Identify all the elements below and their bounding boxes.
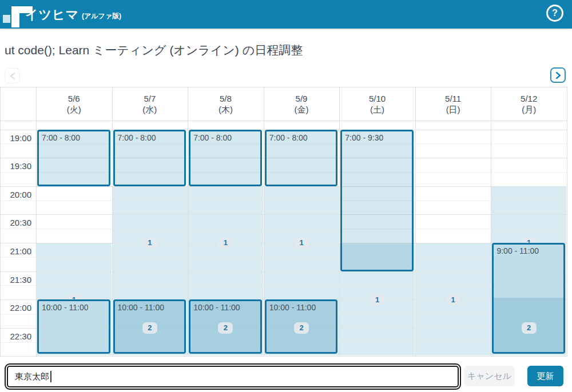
- time-label: 22:30: [1, 331, 31, 341]
- event-block[interactable]: 7:00 - 8:00: [189, 130, 262, 186]
- count-badge: 1: [446, 294, 460, 305]
- time-label: 21:30: [1, 275, 31, 285]
- day-header-weekday: (日): [415, 104, 491, 115]
- day-header-date: 5/9: [264, 93, 340, 104]
- count-badge: 1: [142, 237, 157, 249]
- time-label: 20:30: [1, 218, 31, 227]
- day-header-date: 5/8: [188, 93, 264, 104]
- event-block[interactable]: 7:00 - 8:00: [37, 130, 110, 186]
- count-badge: 1: [370, 294, 385, 305]
- header-separator: [1, 121, 567, 121]
- chevron-right-icon: [555, 71, 562, 79]
- time-label: 22:00: [1, 303, 31, 313]
- event-block[interactable]: 10:00 - 11:00: [37, 299, 110, 354]
- event-time-label: 7:00 - 9:30: [345, 133, 383, 142]
- time-label: 21:00: [1, 246, 31, 256]
- event-block[interactable]: 7:00 - 8:00: [113, 130, 186, 186]
- text-caret: [50, 371, 51, 382]
- column-line: [415, 87, 416, 356]
- app-version-badge: (アルファ版): [82, 11, 121, 21]
- help-glyph: ?: [552, 8, 558, 18]
- day-header-date: 5/10: [339, 93, 415, 104]
- update-button[interactable]: 更新: [527, 366, 563, 386]
- count-badge: 2: [294, 322, 309, 334]
- day-header: 5/12(月): [491, 87, 567, 121]
- count-badge: 2: [522, 322, 537, 334]
- event-time-label: 7:00 - 8:00: [42, 133, 80, 142]
- column-line: [36, 87, 37, 356]
- event-time-label: 10:00 - 11:00: [42, 303, 88, 312]
- time-label: 19:30: [1, 161, 31, 171]
- day-header-weekday: (土): [339, 104, 415, 115]
- time-label: 19:00: [1, 133, 31, 143]
- slot-line: [1, 285, 567, 286]
- day-header: 5/7(水): [112, 87, 188, 121]
- schedule-grid[interactable]: 5/6(火)5/7(水)5/8(木)5/9(金)5/10(土)5/11(日)5/…: [0, 87, 567, 357]
- day-header-weekday: (金): [264, 104, 340, 115]
- event-block[interactable]: 7:00 - 8:00: [265, 130, 338, 186]
- count-badge: 2: [142, 322, 157, 334]
- day-header: 5/8(木): [188, 87, 264, 121]
- slot-line: [1, 186, 567, 187]
- column-line: [264, 87, 264, 356]
- slot-line: [1, 257, 567, 258]
- app-header: イツヒマ (アルファ版) ?: [0, 0, 572, 29]
- event-block[interactable]: 7:00 - 9:30: [340, 130, 414, 271]
- day-header-weekday: (火): [36, 104, 112, 115]
- slot-line: [1, 201, 567, 201]
- column-line: [112, 87, 113, 356]
- next-week-button[interactable]: [550, 67, 566, 83]
- name-input[interactable]: 東京太郎: [7, 366, 459, 387]
- day-header-date: 5/12: [491, 93, 567, 104]
- day-header-date: 5/11: [415, 93, 491, 104]
- column-line: [188, 87, 188, 356]
- day-header: 5/6(火): [36, 87, 112, 121]
- event-time-label: 10:00 - 11:00: [118, 303, 164, 312]
- slot-line: [1, 229, 567, 229]
- slot-line: [1, 243, 567, 243]
- day-header: 5/11(日): [415, 87, 491, 121]
- event-block[interactable]: 9:00 - 11:00: [492, 243, 565, 354]
- event-time-label: 10:00 - 11:00: [269, 303, 316, 312]
- app-name: イツヒマ: [25, 6, 79, 23]
- cancel-button[interactable]: キャンセル: [464, 366, 515, 386]
- event-time-label: 7:00 - 8:00: [118, 133, 156, 142]
- event-time-label: 7:00 - 8:00: [269, 133, 308, 142]
- page-title: ut code(); Learn ミーティング (オンライン) の日程調整: [5, 42, 303, 58]
- event-time-label: 9:00 - 11:00: [496, 246, 539, 255]
- name-input-value: 東京太郎: [15, 371, 49, 382]
- column-line: [339, 87, 340, 356]
- slot-line: [1, 271, 567, 272]
- count-badge: 2: [218, 322, 233, 334]
- event-time-label: 7:00 - 8:00: [193, 133, 232, 142]
- count-badge: 1: [294, 237, 309, 249]
- help-icon[interactable]: ?: [546, 5, 563, 22]
- day-header-weekday: (水): [112, 104, 188, 115]
- day-header-weekday: (木): [188, 104, 264, 115]
- prev-week-button[interactable]: [5, 68, 20, 83]
- slot-line: [1, 214, 567, 215]
- day-header-date: 5/7: [112, 93, 188, 104]
- day-header-date: 5/6: [36, 93, 112, 104]
- time-label: 20:00: [1, 190, 31, 199]
- day-header: 5/9(金): [264, 87, 340, 121]
- day-header: 5/10(土): [339, 87, 415, 121]
- name-input-wrapper: 東京太郎: [5, 363, 461, 390]
- column-line: [491, 87, 491, 356]
- chevron-left-icon: [9, 72, 16, 80]
- day-header-weekday: (月): [491, 104, 567, 115]
- count-badge: 1: [218, 237, 233, 249]
- event-time-label: 10:00 - 11:00: [193, 303, 240, 312]
